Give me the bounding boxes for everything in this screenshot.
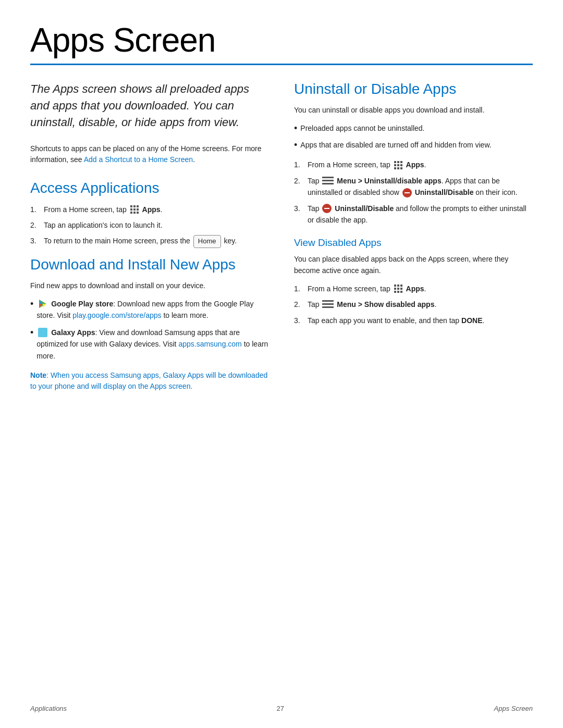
svg-rect-36 <box>322 306 334 308</box>
uninstall-step-2: 2. Tap Menu > Uninstall/disable apps. Ap… <box>294 175 533 199</box>
svg-marker-12 <box>43 304 46 308</box>
apps-grid-icon-3 <box>394 284 403 293</box>
footer-page-num: 27 <box>277 705 284 712</box>
access-step-3: 3. To return to the main Home screen, pr… <box>30 235 269 248</box>
svg-rect-34 <box>322 300 334 302</box>
menu-icon-2 <box>322 300 334 309</box>
svg-rect-16 <box>394 164 396 166</box>
svg-rect-25 <box>394 285 396 287</box>
svg-rect-28 <box>394 288 396 290</box>
svg-rect-13 <box>394 161 396 163</box>
uninstall-bullet-2: • Apps that are disabled are turned off … <box>294 139 533 151</box>
google-play-icon <box>38 299 47 309</box>
uninstall-step-3: 3. Tap Uninstall/Disable and follow the … <box>294 203 533 226</box>
shortcut-link[interactable]: Add a Shortcut to a Home Screen <box>84 155 193 164</box>
svg-rect-2 <box>137 205 139 207</box>
uninstall-circle-icon <box>402 188 412 198</box>
svg-rect-19 <box>394 167 396 169</box>
access-step-2: 2. Tap an application's icon to launch i… <box>30 219 269 231</box>
view-disabled-body: You can place disabled apps back on the … <box>294 254 533 276</box>
access-applications-heading: Access Applications <box>30 180 269 196</box>
title-divider <box>30 64 533 65</box>
uninstall-section-heading: Uninstall or Disable Apps <box>294 81 533 97</box>
uninstall-bullet-1: • Preloaded apps cannot be uninstalled. <box>294 122 533 134</box>
view-disabled-subheading: View Disabled Apps <box>294 237 533 249</box>
svg-rect-35 <box>322 303 334 305</box>
svg-rect-4 <box>133 208 136 211</box>
left-column: The Apps screen shows all preloaded apps… <box>30 81 269 392</box>
view-disabled-step-2: 2. Tap Menu > Show disabled apps. <box>294 299 533 310</box>
footer-right: Apps Screen <box>494 705 533 712</box>
uninstall-steps-list: 1. From a Home screen, tap <box>294 159 533 226</box>
shortcuts-text: Shortcuts to apps can be placed on any o… <box>30 143 269 165</box>
download-bullets-list: • Google Play store: Download new apps f… <box>30 298 269 362</box>
svg-rect-14 <box>397 161 399 163</box>
footer-left: Applications <box>30 705 67 712</box>
svg-rect-7 <box>133 212 136 214</box>
svg-rect-21 <box>400 167 402 169</box>
svg-rect-22 <box>322 177 334 178</box>
two-col-layout: The Apps screen shows all preloaded apps… <box>30 81 533 392</box>
svg-rect-26 <box>397 285 399 287</box>
download-body-text: Find new apps to download and install on… <box>30 280 269 292</box>
svg-rect-17 <box>397 164 399 166</box>
uninstall-step-1: 1. From a Home screen, tap <box>294 159 533 170</box>
svg-rect-32 <box>397 291 399 293</box>
svg-rect-18 <box>400 164 402 166</box>
view-disabled-steps-list: 1. From a Home screen, tap <box>294 283 533 326</box>
page-title: Apps Screen <box>30 21 533 59</box>
right-column: Uninstall or Disable Apps You can uninst… <box>294 81 533 392</box>
google-play-link[interactable]: play.google.com/store/apps <box>72 311 161 319</box>
uninstall-body-text: You can uninstall or disable apps you do… <box>294 105 533 116</box>
svg-rect-20 <box>397 167 399 169</box>
galaxy-apps-icon <box>38 328 47 337</box>
svg-rect-33 <box>400 291 402 293</box>
uninstall-bullet-list: • Preloaded apps cannot be uninstalled. … <box>294 122 533 151</box>
svg-rect-30 <box>400 288 402 290</box>
access-steps-list: 1. From a Home screen, tap <box>30 204 269 249</box>
svg-rect-3 <box>130 208 132 211</box>
svg-rect-1 <box>133 205 136 207</box>
uninstall-circle-icon-2 <box>322 204 332 213</box>
google-play-bullet: • Google Play store: Download new apps f… <box>30 298 269 322</box>
svg-rect-5 <box>137 208 139 211</box>
footer: Applications 27 Apps Screen <box>0 705 563 712</box>
svg-rect-6 <box>130 212 132 214</box>
galaxy-apps-bullet: • Galaxy Apps: View and download Samsung… <box>30 327 269 362</box>
apps-grid-icon-2 <box>394 161 403 170</box>
samsung-apps-link[interactable]: apps.samsung.com <box>178 340 241 348</box>
svg-rect-29 <box>397 288 399 290</box>
download-section-heading: Download and Install New Apps <box>30 256 269 273</box>
svg-rect-24 <box>322 183 334 184</box>
svg-rect-15 <box>400 161 402 163</box>
svg-rect-31 <box>394 291 396 293</box>
svg-rect-8 <box>137 212 139 214</box>
svg-rect-23 <box>322 180 334 181</box>
svg-rect-0 <box>130 205 132 207</box>
home-key-box: Home <box>193 235 221 248</box>
view-disabled-step-1: 1. From a Home screen, tap <box>294 283 533 294</box>
note-text: Note: When you access Samsung apps, Gala… <box>30 370 269 392</box>
view-disabled-step-3: 3. Tap each app you want to enable, and … <box>294 315 533 326</box>
svg-rect-27 <box>400 285 402 287</box>
menu-icon <box>322 177 334 185</box>
page-container: Apps Screen The Apps screen shows all pr… <box>0 0 563 423</box>
intro-text: The Apps screen shows all preloaded apps… <box>30 81 269 131</box>
apps-grid-icon <box>130 205 139 214</box>
access-step-1: 1. From a Home screen, tap <box>30 204 269 215</box>
